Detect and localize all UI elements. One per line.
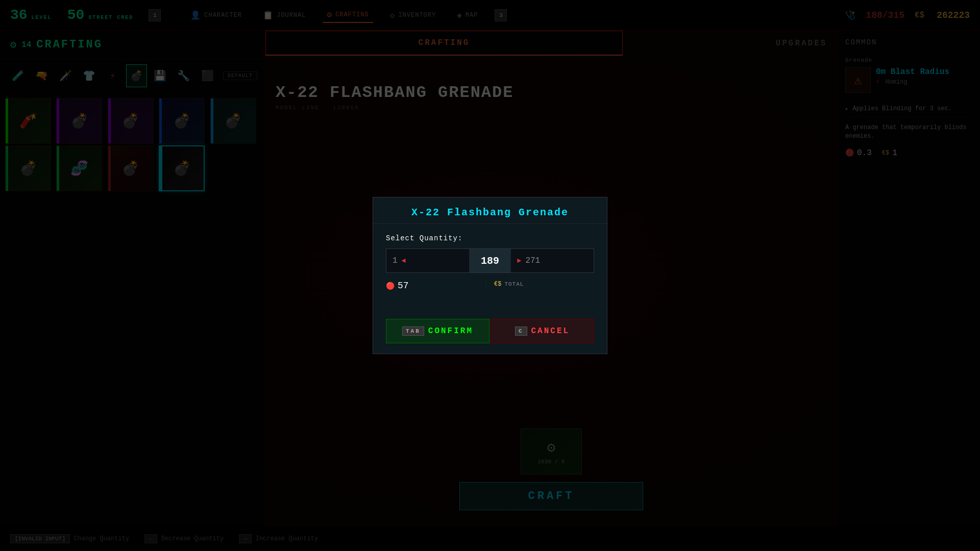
quantity-row: 1 ◄ 189 ► 271	[386, 248, 594, 273]
qty-current-value: 189	[481, 255, 499, 267]
cancel-label: CANCEL	[531, 327, 570, 336]
quantity-modal: X-22 Flashbang Grenade Select Quantity: …	[373, 197, 607, 354]
qty-min-value: 1	[393, 256, 398, 265]
qty-max-value: 271	[525, 256, 540, 265]
qty-max-section[interactable]: ► 271	[510, 249, 594, 272]
qty-arrow-right-icon: ►	[517, 257, 521, 265]
modal-label: Select Quantity:	[386, 234, 594, 242]
confirm-label: CONFIRM	[428, 327, 473, 336]
modal-cost-icon: 🔴	[386, 282, 395, 290]
modal-total-label: TOTAL	[504, 281, 524, 287]
modal-overlay: X-22 Flashbang Grenade Select Quantity: …	[0, 0, 980, 551]
modal-cost-value: 57	[398, 281, 409, 291]
modal-title: X-22 Flashbang Grenade	[373, 197, 607, 224]
modal-stats-row: 🔴 57 €$ TOTAL	[386, 281, 594, 306]
modal-cost-block: 🔴 57	[386, 281, 486, 291]
confirm-key: TAB	[402, 327, 424, 336]
modal-buttons: TAB CONFIRM C CANCEL	[373, 319, 607, 354]
modal-total-icon: €$	[494, 281, 501, 288]
confirm-button[interactable]: TAB CONFIRM	[386, 319, 489, 343]
cancel-key: C	[515, 327, 527, 336]
qty-arrow-left-icon: ◄	[402, 257, 406, 265]
cancel-button[interactable]: C CANCEL	[491, 319, 594, 343]
modal-total-block: €$ TOTAL	[486, 281, 594, 288]
qty-min-section[interactable]: 1 ◄	[386, 249, 470, 272]
modal-body: Select Quantity: 1 ◄ 189 ► 271 🔴 57	[373, 224, 607, 316]
qty-current-display: 189	[470, 249, 510, 272]
